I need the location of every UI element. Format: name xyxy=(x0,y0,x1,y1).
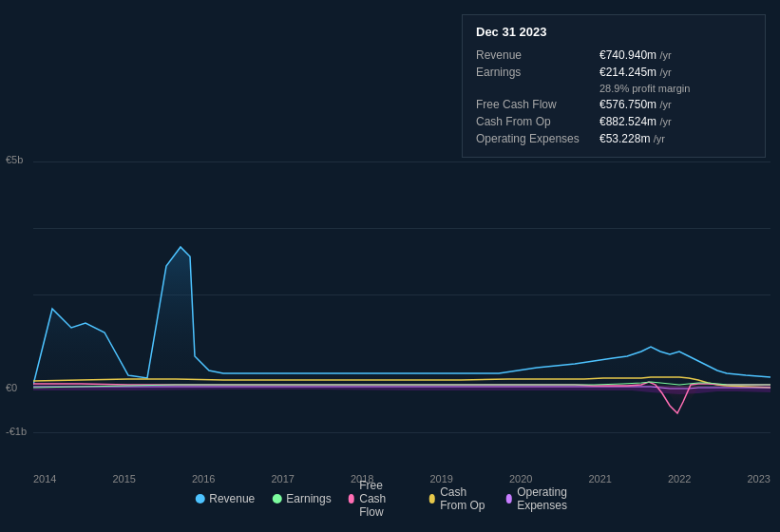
legend-revenue: Revenue xyxy=(195,492,255,505)
info-row-revenue: Revenue €740.940m /yr xyxy=(476,47,751,64)
info-value-opex: €53.228m /yr xyxy=(599,130,751,147)
info-card-table: Revenue €740.940m /yr Earnings €214.245m… xyxy=(476,47,751,147)
x-label-2014: 2014 xyxy=(33,473,56,484)
chart-svg xyxy=(33,157,770,437)
x-label-2015: 2015 xyxy=(113,473,136,484)
info-value-fcf: €576.750m /yr xyxy=(599,96,751,113)
info-value-revenue: €740.940m /yr xyxy=(599,47,751,64)
info-label-margin xyxy=(476,81,599,96)
y-label-zero: €0 xyxy=(6,382,17,393)
legend-cashfromop: Cash From Op xyxy=(429,485,489,512)
x-label-2022: 2022 xyxy=(668,473,691,484)
legend-label-fcf: Free Cash Flow xyxy=(359,479,411,519)
info-label-fcf: Free Cash Flow xyxy=(476,96,599,113)
legend-opex: Operating Expenses xyxy=(506,485,585,512)
legend-label-revenue: Revenue xyxy=(209,492,255,505)
info-row-opex: Operating Expenses €53.228m /yr xyxy=(476,130,751,147)
info-value-margin: 28.9% profit margin xyxy=(599,81,751,96)
info-row-margin: 28.9% profit margin xyxy=(476,81,751,96)
info-row-cashfromop: Cash From Op €882.524m /yr xyxy=(476,113,751,130)
info-value-earnings: €214.245m /yr xyxy=(599,64,751,81)
info-card-date: Dec 31 2023 xyxy=(476,25,751,39)
info-card: Dec 31 2023 Revenue €740.940m /yr Earnin… xyxy=(462,14,766,158)
info-row-fcf: Free Cash Flow €576.750m /yr xyxy=(476,96,751,113)
y-label-top: €5b xyxy=(6,154,23,165)
info-label-earnings: Earnings xyxy=(476,64,599,81)
legend-label-earnings: Earnings xyxy=(286,492,331,505)
legend-label-opex: Operating Expenses xyxy=(517,485,585,512)
revenue-fill xyxy=(33,247,770,386)
info-row-earnings: Earnings €214.245m /yr xyxy=(476,64,751,81)
chart-legend: Revenue Earnings Free Cash Flow Cash Fro… xyxy=(195,479,585,519)
info-label-revenue: Revenue xyxy=(476,47,599,64)
legend-dot-revenue xyxy=(195,494,204,504)
legend-dot-cashfromop xyxy=(429,494,436,504)
legend-label-cashfromop: Cash From Op xyxy=(440,485,488,512)
legend-fcf: Free Cash Flow xyxy=(349,479,412,519)
x-label-2021: 2021 xyxy=(589,473,612,484)
x-label-2023: 2023 xyxy=(748,473,770,484)
legend-earnings: Earnings xyxy=(272,492,331,505)
info-value-cashfromop: €882.524m /yr xyxy=(599,113,751,130)
y-label-bottom: -€1b xyxy=(6,426,27,437)
legend-dot-opex xyxy=(506,494,513,504)
info-label-cashfromop: Cash From Op xyxy=(476,113,599,130)
legend-dot-fcf xyxy=(349,494,355,504)
info-label-opex: Operating Expenses xyxy=(476,130,599,147)
legend-dot-earnings xyxy=(272,494,281,504)
